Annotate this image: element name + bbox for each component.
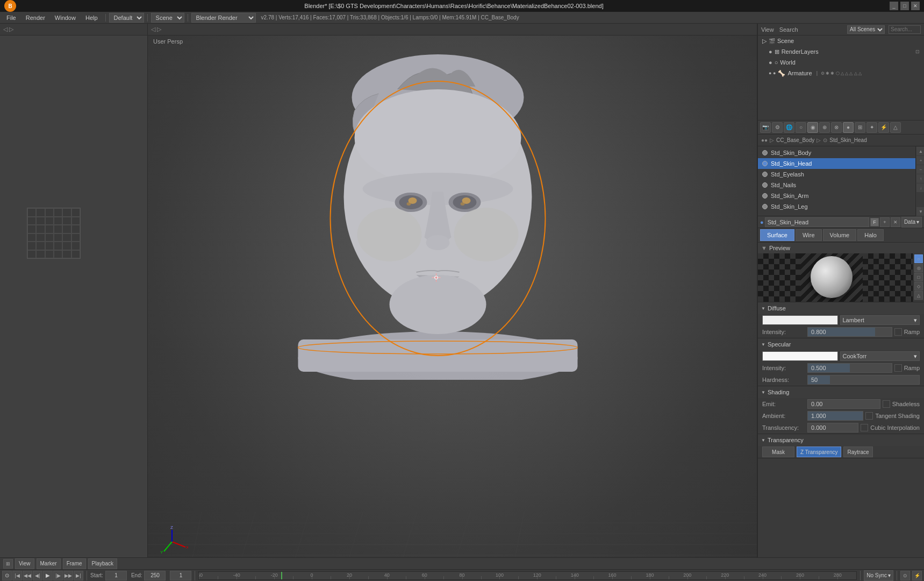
end-icon[interactable]: ▶|: [74, 571, 83, 580]
play-button[interactable]: ▶: [43, 571, 53, 580]
tl-icon-1[interactable]: ⊙: [900, 571, 910, 580]
preview-icon-3[interactable]: □: [914, 273, 923, 281]
translucency-bar[interactable]: 0.000: [807, 423, 858, 433]
viewport[interactable]: ◁ ▷: [148, 24, 757, 581]
tab-wire[interactable]: Wire: [796, 229, 822, 241]
diffuse-header[interactable]: ▼ Diffuse: [758, 302, 924, 314]
mat-down-btn[interactable]: ↓: [916, 183, 924, 192]
start-icon[interactable]: |◀: [12, 571, 22, 580]
transparency-header[interactable]: ▼ Transparency: [758, 434, 924, 446]
timeline-ruler[interactable]: -60-40-200204060801001201401601802002202…: [198, 571, 857, 580]
material-item-4[interactable]: Std_Skin_Arm: [758, 190, 915, 201]
mat-f-badge[interactable]: F: [870, 218, 879, 226]
layout-mode-selector[interactable]: Default: [109, 13, 144, 23]
material-item-3[interactable]: Std_Nails: [758, 180, 915, 190]
timeline-playback-btn[interactable]: Playback: [88, 558, 118, 569]
cubic-checkbox[interactable]: [861, 424, 868, 431]
mask-btn[interactable]: Mask: [762, 447, 794, 457]
prop-icon-object[interactable]: ◉: [807, 122, 818, 133]
material-item-0[interactable]: Std_Skin_Body: [758, 147, 915, 158]
view-label-out[interactable]: View: [761, 26, 774, 33]
menu-render[interactable]: Render: [22, 13, 49, 22]
timeline-marker-btn[interactable]: Marker: [37, 558, 61, 569]
start-frame-field[interactable]: 1: [105, 571, 127, 580]
search-input[interactable]: [889, 25, 921, 34]
outliner-item-world[interactable]: ● ○ World: [758, 57, 924, 68]
mat-add-btn[interactable]: +: [916, 156, 924, 165]
minimize-button[interactable]: _: [890, 2, 898, 10]
preview-icon-4[interactable]: ◇: [914, 282, 923, 290]
render-engine-selector[interactable]: Blender Render: [191, 13, 256, 23]
timeline-view-btn[interactable]: View: [15, 558, 34, 569]
play-icon[interactable]: ⊙: [2, 571, 12, 580]
tab-halo[interactable]: Halo: [857, 229, 884, 241]
material-item-2[interactable]: Std_Eyelash: [758, 169, 915, 180]
prop-icon-scene[interactable]: 🌐: [784, 122, 794, 133]
menu-window[interactable]: Window: [51, 13, 80, 22]
prop-icon-physics[interactable]: ⚡: [878, 122, 889, 133]
prop-icon-material[interactable]: ●: [843, 122, 854, 133]
material-item-5[interactable]: Std_Skin_Leg: [758, 201, 915, 212]
current-frame-field[interactable]: 1: [170, 571, 191, 580]
material-item-1[interactable]: Std_Skin_Head: [758, 158, 915, 169]
menu-help[interactable]: Help: [81, 13, 102, 22]
diffuse-intensity-bar[interactable]: 0.800: [807, 327, 892, 337]
prop-icon-modifier[interactable]: ⊗: [831, 122, 842, 133]
left-panel-expand[interactable]: ◁ ▷: [3, 26, 13, 33]
diffuse-color-bar[interactable]: [762, 315, 838, 325]
outliner-item-scene[interactable]: ▷ 🎬 Scene: [758, 36, 924, 46]
prop-icon-world[interactable]: ○: [796, 122, 806, 133]
prop-icon-render[interactable]: ⚙: [772, 122, 783, 133]
tl-icon-2[interactable]: ⚡: [912, 571, 922, 580]
outliner-item-armature[interactable]: ● ● 🦴 Armature | ⚙ ✱ ✱ ⬡ △ △ △ △ △: [758, 68, 924, 79]
ztransp-btn[interactable]: Z Transparency: [797, 447, 841, 457]
preview-icon-1[interactable]: ○: [914, 254, 923, 263]
specular-intensity-bar[interactable]: 0.500: [807, 363, 892, 373]
nav-cc-base-body[interactable]: CC_Base_Body: [776, 137, 814, 143]
specular-header[interactable]: ▼ Specular: [758, 338, 924, 350]
specular-ramp-checkbox[interactable]: [894, 364, 902, 372]
material-name-field[interactable]: Std_Skin_Head: [765, 217, 869, 227]
scene-filter[interactable]: All Scenes: [847, 25, 885, 34]
viewport-expand-btn[interactable]: ◁ ▷: [151, 26, 161, 33]
next-keyframe-icon[interactable]: |▶: [53, 571, 63, 580]
mat-scroll-down[interactable]: ▼: [916, 207, 924, 216]
prev-frame-icon[interactable]: ◀◀: [23, 571, 32, 580]
emit-bar[interactable]: 0.00: [807, 399, 880, 409]
search-label-out[interactable]: Search: [779, 26, 798, 33]
tab-volume[interactable]: Volume: [823, 229, 857, 241]
specular-hardness-bar[interactable]: 50: [807, 375, 920, 385]
tab-surface[interactable]: Surface: [760, 229, 794, 241]
outliner-item-renderlayers[interactable]: ● ⊞ RenderLayers ⊡: [758, 46, 924, 57]
prop-icon-data[interactable]: △: [890, 122, 901, 133]
prop-icon-camera[interactable]: 📷: [760, 122, 771, 133]
preview-icon-5[interactable]: △: [914, 291, 923, 300]
prev-keyframe-icon[interactable]: ◀|: [33, 571, 42, 580]
timeline-mode-icon[interactable]: ⊞: [3, 559, 13, 569]
mat-remove-btn[interactable]: −: [916, 165, 924, 174]
mat-scroll-up[interactable]: ▲: [916, 147, 924, 155]
specular-shader-dropdown[interactable]: CookTorr ▾: [840, 351, 920, 361]
scene-selector[interactable]: Scene: [151, 13, 184, 23]
preview-icon-2[interactable]: ◎: [914, 264, 923, 272]
prop-icon-constraint[interactable]: ⊕: [819, 122, 830, 133]
mat-data-dropdown[interactable]: Data ▾: [901, 217, 922, 228]
ambient-bar[interactable]: 1.000: [807, 411, 863, 421]
playhead[interactable]: [281, 572, 282, 579]
end-frame-field[interactable]: 250: [144, 571, 166, 580]
sync-dropdown[interactable]: No Sync ▾: [864, 570, 893, 581]
prop-icon-particles[interactable]: ✦: [866, 122, 877, 133]
mat-add-icon[interactable]: +: [880, 217, 890, 227]
diffuse-shader-dropdown[interactable]: Lambert ▾: [840, 315, 920, 325]
viewport-canvas[interactable]: User Persp (1) CC_Base_Body X Y Z: [148, 36, 757, 566]
specular-color-bar[interactable]: [762, 351, 838, 361]
prop-icon-texture[interactable]: ⊞: [855, 122, 865, 133]
preview-header[interactable]: ▼ Preview: [758, 243, 924, 253]
mat-up-btn[interactable]: ↑: [916, 174, 924, 183]
timeline-frame-btn[interactable]: Frame: [63, 558, 86, 569]
maximize-button[interactable]: □: [900, 2, 909, 10]
tangent-checkbox[interactable]: [865, 412, 873, 420]
shading-header[interactable]: ▼ Shading: [758, 386, 924, 398]
next-frame-icon[interactable]: ▶▶: [63, 571, 73, 580]
close-button[interactable]: ✕: [911, 2, 920, 10]
